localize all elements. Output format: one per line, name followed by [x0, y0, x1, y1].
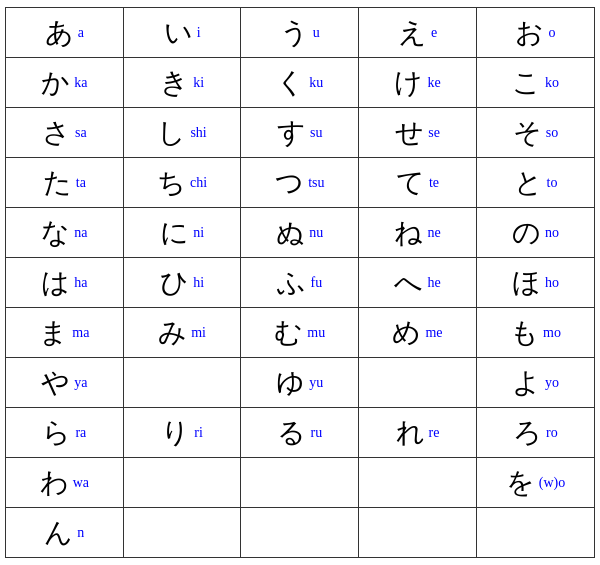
kana-character: る: [277, 414, 306, 452]
table-cell: せse: [359, 108, 477, 158]
kana-character: む: [274, 314, 303, 352]
kana-character: か: [41, 64, 70, 102]
romaji-label: sa: [75, 125, 87, 141]
table-cell: つtsu: [241, 158, 359, 208]
table-cell: ふfu: [241, 258, 359, 308]
romaji-label: me: [425, 325, 442, 341]
romaji-label: na: [74, 225, 87, 241]
kana-character: こ: [512, 64, 541, 102]
table-cell: はha: [6, 258, 124, 308]
kana-character: お: [515, 14, 544, 52]
kana-character: そ: [513, 114, 542, 152]
kana-character: て: [396, 164, 425, 202]
table-cell: らra: [6, 408, 124, 458]
romaji-label: ku: [309, 75, 323, 91]
table-cell: ひhi: [123, 258, 241, 308]
table-cell: ちchi: [123, 158, 241, 208]
table-cell: おo: [476, 8, 594, 58]
kana-character: へ: [394, 264, 423, 302]
kana-character: め: [392, 314, 421, 352]
table-cell: ろro: [476, 408, 594, 458]
romaji-label: ra: [75, 425, 86, 441]
table-cell: わwa: [6, 458, 124, 508]
kana-character: に: [160, 214, 189, 252]
table-cell: ねne: [359, 208, 477, 258]
table-cell: [241, 458, 359, 508]
table-cell: さsa: [6, 108, 124, 158]
kana-character: う: [280, 14, 309, 52]
romaji-label: e: [431, 25, 437, 41]
table-cell: めme: [359, 308, 477, 358]
romaji-label: yu: [309, 375, 323, 391]
romaji-label: no: [545, 225, 559, 241]
romaji-label: fu: [310, 275, 322, 291]
table-cell: [123, 458, 241, 508]
romaji-label: to: [547, 175, 558, 191]
romaji-label: yo: [545, 375, 559, 391]
kana-character: さ: [42, 114, 71, 152]
kana-character: や: [41, 364, 70, 402]
romaji-label: mu: [307, 325, 325, 341]
table-cell: よyo: [476, 358, 594, 408]
table-cell: あa: [6, 8, 124, 58]
table-cell: こko: [476, 58, 594, 108]
romaji-label: shi: [190, 125, 206, 141]
table-cell: にni: [123, 208, 241, 258]
table-cell: みmi: [123, 308, 241, 358]
romaji-label: he: [427, 275, 440, 291]
table-cell: まma: [6, 308, 124, 358]
table-cell: しshi: [123, 108, 241, 158]
romaji-label: ho: [545, 275, 559, 291]
romaji-label: a: [78, 25, 84, 41]
kana-character: を: [506, 464, 535, 502]
kana-character: れ: [396, 414, 425, 452]
table-cell: [359, 508, 477, 558]
table-cell: やya: [6, 358, 124, 408]
kana-character: ん: [44, 514, 73, 552]
table-cell: ほho: [476, 258, 594, 308]
table-cell: [359, 458, 477, 508]
kana-character: ね: [394, 214, 423, 252]
kana-character: し: [157, 114, 186, 152]
romaji-label: tsu: [308, 175, 324, 191]
table-cell: いi: [123, 8, 241, 58]
table-cell: かka: [6, 58, 124, 108]
romaji-label: i: [197, 25, 201, 41]
romaji-label: u: [313, 25, 320, 41]
table-cell: とto: [476, 158, 594, 208]
romaji-label: ma: [72, 325, 89, 341]
table-cell: りri: [123, 408, 241, 458]
romaji-label: ne: [427, 225, 440, 241]
kana-character: け: [394, 64, 423, 102]
table-cell: たta: [6, 158, 124, 208]
romaji-label: (w)o: [539, 475, 565, 491]
kana-character: わ: [40, 464, 69, 502]
romaji-label: ya: [74, 375, 87, 391]
table-cell: へhe: [359, 258, 477, 308]
kana-character: あ: [45, 14, 74, 52]
kana-character: き: [160, 64, 189, 102]
kana-character: ひ: [160, 264, 189, 302]
table-cell: [123, 358, 241, 408]
kana-character: い: [164, 14, 193, 52]
table-cell: けke: [359, 58, 477, 108]
romaji-label: ta: [76, 175, 86, 191]
kana-character: り: [161, 414, 190, 452]
romaji-label: mo: [543, 325, 561, 341]
romaji-label: hi: [193, 275, 204, 291]
romaji-label: ka: [74, 75, 87, 91]
kana-character: ろ: [513, 414, 542, 452]
kana-character: ぬ: [276, 214, 305, 252]
romaji-label: n: [77, 525, 84, 541]
table-cell: るru: [241, 408, 359, 458]
table-cell: [241, 508, 359, 558]
table-cell: そso: [476, 108, 594, 158]
table-cell: ぬnu: [241, 208, 359, 258]
romaji-label: te: [429, 175, 439, 191]
kana-character: は: [41, 264, 70, 302]
table-cell: ゆyu: [241, 358, 359, 408]
table-cell: [123, 508, 241, 558]
romaji-label: so: [546, 125, 558, 141]
table-cell: んn: [6, 508, 124, 558]
romaji-label: ha: [74, 275, 87, 291]
